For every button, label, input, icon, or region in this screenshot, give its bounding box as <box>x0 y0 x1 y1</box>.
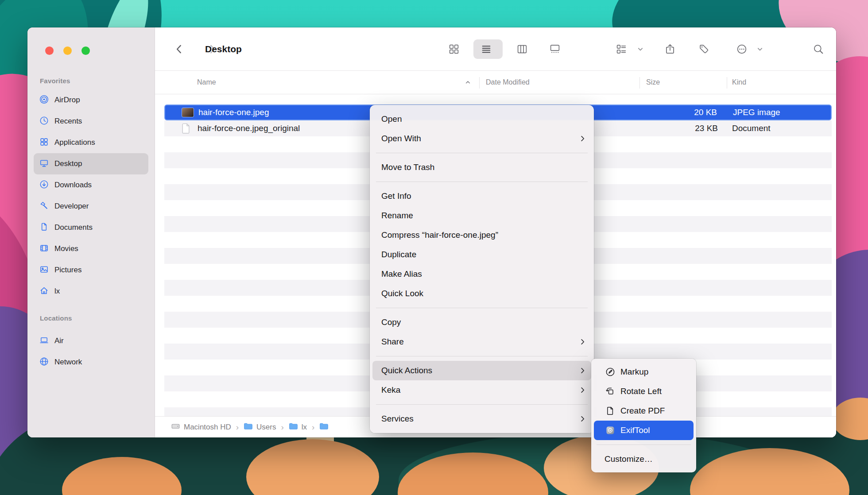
hammer-icon <box>39 201 49 212</box>
file-size: 23 KB <box>695 124 718 133</box>
menu-item-label: Duplicate <box>381 250 416 259</box>
sidebar-item-home[interactable]: lx <box>34 281 148 302</box>
list-column-headers: Name Date Modified Size Kind <box>155 71 836 94</box>
path-separator-icon: › <box>236 422 239 432</box>
path-label: lx <box>302 423 307 432</box>
sort-ascending-icon <box>465 80 471 85</box>
menu-item-duplicate[interactable]: Duplicate <box>370 245 594 264</box>
zoom-window-button[interactable] <box>81 46 90 55</box>
menu-item-label: Services <box>381 414 414 424</box>
menu-item-quick-look[interactable]: Quick Look <box>370 284 594 303</box>
menu-item-label: Open With <box>381 134 421 143</box>
quick-actions-submenu: Markup Rotate Left Create PDF ExifTool C… <box>591 359 696 472</box>
rotate-left-icon <box>604 387 616 396</box>
menu-item-rename[interactable]: Rename <box>370 206 594 225</box>
exiftool-app-icon <box>604 425 616 435</box>
list-view-button[interactable] <box>481 44 492 55</box>
menu-item-make-alias[interactable]: Make Alias <box>370 264 594 284</box>
submenu-item-create-pdf[interactable]: Create PDF <box>591 401 696 421</box>
column-view-button[interactable] <box>517 44 528 55</box>
column-header-kind[interactable]: Kind <box>732 78 746 86</box>
minimize-window-button[interactable] <box>63 46 72 55</box>
sidebar-item-applications[interactable]: Applications <box>34 132 148 153</box>
sidebar-item-documents[interactable]: Documents <box>34 217 148 238</box>
document-icon <box>39 222 49 233</box>
path-label: Macintosh HD <box>184 423 231 432</box>
close-window-button[interactable] <box>45 46 54 55</box>
submenu-item-label: Rotate Left <box>620 387 662 396</box>
sidebar-item-recents[interactable]: Recents <box>34 111 148 132</box>
path-label: Users <box>256 423 276 432</box>
back-button[interactable] <box>174 43 185 55</box>
file-kind: JPEG image <box>733 108 780 117</box>
column-header-name[interactable]: Name <box>197 78 216 86</box>
gallery-view-button[interactable] <box>550 44 561 55</box>
folder-icon <box>289 422 298 433</box>
file-kind: Document <box>732 124 771 133</box>
apps-grid-icon <box>39 137 49 148</box>
menu-item-move-to-trash[interactable]: Move to Trash <box>370 158 594 177</box>
folder-icon <box>244 422 253 433</box>
column-header-size[interactable]: Size <box>646 78 660 86</box>
path-item-macintosh-hd[interactable]: Macintosh HD <box>171 422 231 433</box>
icon-view-button[interactable] <box>449 44 460 55</box>
share-button[interactable] <box>664 43 676 55</box>
chevron-down-icon[interactable] <box>637 46 644 53</box>
submenu-separator <box>597 445 691 445</box>
menu-item-get-info[interactable]: Get Info <box>370 186 594 206</box>
submenu-item-rotate-left[interactable]: Rotate Left <box>591 382 696 401</box>
sidebar-item-network[interactable]: Network <box>34 352 148 373</box>
menu-item-label: Keka <box>381 385 400 395</box>
menu-item-keka[interactable]: Keka <box>370 380 594 400</box>
menu-item-compress[interactable]: Compress “hair-force-one.jpeg” <box>370 225 594 245</box>
path-item-lx[interactable]: lx <box>289 422 307 433</box>
sidebar-item-pictures[interactable]: Pictures <box>34 259 148 281</box>
sidebar-item-developer[interactable]: Developer <box>34 196 148 217</box>
menu-item-label: Make Alias <box>381 269 422 279</box>
sidebar-item-desktop[interactable]: Desktop <box>34 153 148 174</box>
sidebar-item-label: Applications <box>54 138 95 147</box>
file-name: hair-force-one.jpeg <box>198 108 269 117</box>
menu-item-open-with[interactable]: Open With <box>370 129 594 148</box>
film-icon <box>39 244 49 255</box>
home-icon <box>39 286 49 297</box>
sidebar: Favorites AirDrop Recents Applications D… <box>27 27 155 437</box>
chevron-down-icon[interactable] <box>757 46 763 53</box>
sidebar-item-airdrop[interactable]: AirDrop <box>34 89 148 111</box>
desktop-icon <box>39 159 49 170</box>
sidebar-item-movies[interactable]: Movies <box>34 238 148 259</box>
sidebar-item-air[interactable]: Air <box>34 330 148 352</box>
menu-item-label: Rename <box>381 211 413 220</box>
path-item-partial[interactable] <box>319 422 332 433</box>
submenu-item-customize[interactable]: Customize… <box>591 449 696 469</box>
column-divider <box>479 77 480 89</box>
toolbar: Desktop <box>155 27 836 71</box>
more-actions-button[interactable] <box>736 43 748 55</box>
submenu-arrow-icon <box>580 338 585 345</box>
menu-item-label: Move to Trash <box>381 162 434 172</box>
group-by-button[interactable] <box>616 44 627 55</box>
submenu-item-label: Customize… <box>604 454 653 464</box>
path-separator-icon: › <box>312 422 314 432</box>
clock-icon <box>39 116 49 127</box>
menu-separator <box>376 182 588 182</box>
sidebar-item-label: Air <box>54 336 64 345</box>
submenu-item-label: Create PDF <box>620 406 665 416</box>
submenu-item-exiftool[interactable]: ExifTool <box>594 421 694 440</box>
search-button[interactable] <box>813 43 824 55</box>
sidebar-item-label: Desktop <box>54 159 82 168</box>
menu-item-share[interactable]: Share <box>370 332 594 352</box>
folder-icon <box>319 422 329 433</box>
submenu-arrow-icon <box>580 367 585 374</box>
submenu-item-markup[interactable]: Markup <box>591 362 696 382</box>
menu-item-quick-actions[interactable]: Quick Actions <box>372 361 591 380</box>
column-header-date-modified[interactable]: Date Modified <box>486 78 530 86</box>
sidebar-item-downloads[interactable]: Downloads <box>34 174 148 196</box>
menu-item-copy[interactable]: Copy <box>370 313 594 332</box>
menu-item-label: Copy <box>381 317 401 327</box>
menu-item-open[interactable]: Open <box>370 109 594 129</box>
tags-button[interactable] <box>699 44 710 55</box>
menu-item-services[interactable]: Services <box>370 409 594 429</box>
path-item-users[interactable]: Users <box>244 422 276 433</box>
submenu-arrow-icon <box>580 135 585 142</box>
